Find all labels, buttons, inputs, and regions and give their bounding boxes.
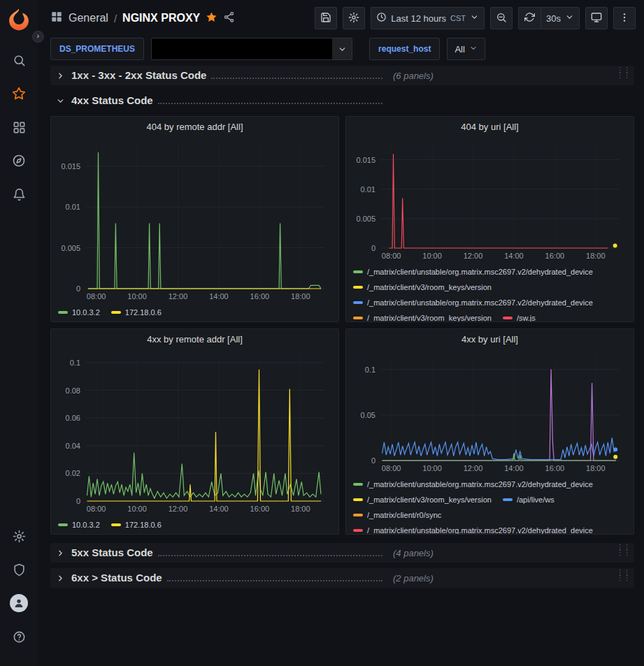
row-6xx-status-code[interactable]: 6xx > Status Code (2 panels) ⋮⋮⋮⋮ [50,568,634,588]
user-avatar[interactable] [5,589,33,617]
series-color-marker [503,317,513,319]
series-label: 10.0.3.2 [72,521,100,529]
explore-icon[interactable] [5,147,33,175]
legend-item[interactable]: /_matrix/client/unstable/org.matrix.msc2… [353,523,593,535]
svg-text:14:00: 14:00 [209,505,229,513]
search-icon[interactable] [5,46,33,74]
time-series-chart[interactable]: 08:0010:0012:0014:0016:0018:0000.020.040… [54,349,336,515]
svg-text:0: 0 [76,284,80,293]
tv-mode-button[interactable] [585,7,608,29]
timezone-label: CST [450,14,466,22]
svg-text:12:00: 12:00 [464,464,483,472]
row-dotted-leader [211,78,382,79]
row-dotted-leader [158,555,382,556]
legend-item[interactable]: /sw.js [503,310,536,322]
legend-item[interactable]: 172.18.0.6 [111,517,162,532]
panel-4xx-by-remote-addr: 4xx by remote addr [All] 08:0010:0012:00… [50,328,339,535]
panel-title[interactable]: 404 by uri [All] [346,117,634,136]
row-1xx-3xx-2xx-status-code[interactable]: 1xx - 3xx - 2xx Status Code (6 panels) ⋮… [50,66,634,85]
share-icon[interactable] [223,11,235,26]
time-series-chart[interactable]: 08:0010:0012:0014:0016:0018:0000.050.1 [349,349,631,475]
datasource-variable-value [152,38,332,59]
series-label: /_matrix/client/v3/room_keys/version [367,283,492,291]
time-range-picker[interactable]: Last 12 hours CST [371,7,485,29]
legend-item[interactable]: 10.0.3.2 [58,305,100,319]
refresh-button[interactable] [518,7,541,29]
grafana-logo[interactable] [6,7,32,34]
save-dashboard-button[interactable] [315,7,337,29]
svg-text:12:00: 12:00 [464,252,483,260]
svg-text:0.1: 0.1 [365,365,375,374]
legend-item[interactable]: 172.18.0.6 [111,305,162,319]
legend-item[interactable]: /_matrix/client/unstable/org.matrix.msc2… [353,477,593,491]
panel-legend: /_matrix/client/unstable/org.matrix.msc2… [346,475,634,535]
svg-text:0.08: 0.08 [66,386,80,395]
breadcrumb-section[interactable]: General [69,12,108,24]
svg-text:18:00: 18:00 [291,505,310,513]
time-series-chart[interactable]: 08:0010:0012:0014:0016:0018:0000.0050.01… [54,136,336,303]
legend-item[interactable]: /api/live/ws [503,492,554,507]
series-color-marker [353,498,363,501]
svg-text:08:00: 08:00 [87,292,106,301]
panel-title[interactable]: 4xx by uri [All] [346,329,634,349]
starred-dashboards-icon[interactable] [5,80,33,108]
svg-text:0.02: 0.02 [66,469,80,477]
row-4xx-status-code[interactable]: 4xx Status Code [50,91,634,110]
sidebar-expand-button[interactable]: › [32,31,44,43]
legend-item[interactable]: /_matrix/client/unstable/org.matrix.msc2… [353,295,593,310]
refresh-icon [524,12,535,24]
row-drag-handle-icon[interactable]: ⋮⋮⋮⋮ [616,545,630,555]
svg-text:08:00: 08:00 [382,464,401,472]
panel-title[interactable]: 4xx by remote addr [All] [51,329,338,349]
svg-text:0.06: 0.06 [66,414,80,422]
configuration-gear-icon[interactable] [5,522,33,550]
svg-text:0.1: 0.1 [70,359,80,367]
favorite-star-icon[interactable] [206,11,217,26]
request-host-variable-dropdown[interactable]: All [447,38,485,60]
series-color-marker [353,286,363,289]
row-drag-handle-icon[interactable]: ⋮⋮⋮⋮ [616,570,630,580]
dashboard-settings-button[interactable] [343,7,365,29]
more-options-button[interactable] [613,7,636,29]
series-color-marker [353,317,363,319]
legend-item[interactable]: /_matrix/client/v3/room_keys/version [353,492,492,507]
panel-legend: 10.0.3.2172.18.0.6 [51,515,338,534]
svg-text:0.01: 0.01 [361,185,375,194]
datasource-variable-label[interactable]: DS_PROMETHEUS [50,38,144,60]
series-color-marker [353,529,363,532]
time-series-chart[interactable]: 08:0010:0012:0014:0016:0018:0000.0050.01… [349,136,631,262]
alerting-icon[interactable] [5,180,33,208]
panel-4xx-by-uri: 4xx by uri [All] 08:0010:0012:0014:0016:… [345,328,634,535]
chevron-down-icon [469,44,478,55]
svg-text:16:00: 16:00 [250,505,270,513]
refresh-picker: 30s [518,7,580,29]
row-panel-count: (6 panels) [393,71,434,81]
panel-title[interactable]: 404 by remote addr [All] [51,117,338,136]
refresh-interval-dropdown[interactable]: 30s [541,7,580,29]
series-color-marker [353,270,363,273]
svg-text:0: 0 [371,244,375,252]
help-icon[interactable] [5,623,33,651]
row-5xx-status-code[interactable]: 5xx Status Code (4 panels) ⋮⋮⋮⋮ [50,543,634,563]
row-drag-handle-icon[interactable]: ⋮⋮⋮⋮ [616,68,630,78]
series-color-marker [353,514,363,516]
request-host-variable-value: All [455,44,464,55]
series-label: /api/live/ws [517,495,554,504]
zoom-out-button[interactable] [490,7,513,29]
request-host-variable-label[interactable]: request_host [369,38,440,60]
series-label: /_matrix/client/r0/sync [367,511,441,519]
server-admin-shield-icon[interactable] [5,556,33,584]
series-label: /_matrix/client/v3/room_keys/version [367,495,492,504]
legend-item[interactable]: /_matrix/client/r0/sync [353,507,441,522]
datasource-variable-dropdown[interactable] [151,38,352,60]
refresh-interval-value: 30s [546,13,561,24]
chevron-right-icon [56,71,65,80]
legend-item[interactable]: /_matrix/client/v3/room_keys/version [353,280,492,294]
legend-item[interactable]: /_matrix/client/unstable/org.matrix.msc2… [353,264,593,279]
dashboards-icon[interactable] [5,113,33,141]
dashboard-title[interactable]: NGINX PROXY [122,12,200,24]
legend-item[interactable]: /_matrix/client/v3/room_keys/version [353,310,492,322]
legend-item[interactable]: 10.0.3.2 [58,517,100,532]
row-title: 4xx Status Code [71,94,153,106]
chevron-down-icon [470,13,479,24]
